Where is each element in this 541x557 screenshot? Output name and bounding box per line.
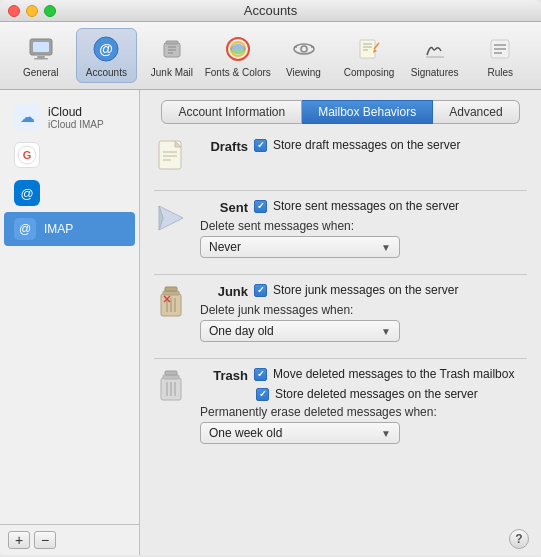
signatures-label: Signatures (411, 67, 459, 78)
imap-icon: @ (14, 218, 36, 240)
viewing-icon (288, 33, 320, 65)
sent-delete-value: Never (209, 240, 241, 254)
drafts-checkbox-row: Store draft messages on the server (254, 138, 460, 152)
trash-delete-row: Permanently erase deleted messages when:… (200, 405, 527, 444)
icloud-info: iCloud iCloud IMAP (48, 105, 104, 130)
exchange-icon: @ (14, 180, 40, 206)
svg-rect-41 (165, 287, 177, 291)
sidebar-item-google[interactable]: G (4, 136, 135, 174)
title-bar: Accounts (0, 0, 541, 22)
rules-icon (484, 33, 516, 65)
junk-header: Junk Store junk messages on the server (200, 283, 527, 299)
junk-checkbox-row: Store junk messages on the server (254, 283, 458, 297)
remove-account-button[interactable]: − (34, 531, 56, 549)
junk-content: Junk Store junk messages on the server D… (200, 283, 527, 344)
window-title: Accounts (244, 3, 297, 18)
icloud-icon: ☁ (14, 104, 40, 130)
toolbar-item-rules[interactable]: Rules (469, 28, 531, 83)
toolbar-item-viewing[interactable]: Viewing (273, 28, 335, 83)
sent-delete-row: Delete sent messages when: Never ▼ (200, 219, 527, 258)
junk-delete-label: Delete junk messages when: (200, 303, 527, 317)
trash-content: Trash Move deleted messages to the Trash… (200, 367, 527, 446)
sent-delete-label: Delete sent messages when: (200, 219, 527, 233)
sidebar-footer: + − (0, 524, 139, 555)
svg-text:G: G (23, 149, 32, 161)
add-account-button[interactable]: + (8, 531, 30, 549)
svg-rect-3 (34, 58, 48, 60)
junk-title: Junk (200, 284, 248, 299)
tab-account-information[interactable]: Account Information (161, 100, 302, 124)
divider-3 (154, 358, 527, 359)
trash-store-checkbox[interactable] (256, 388, 269, 401)
drafts-title: Drafts (200, 139, 248, 154)
signatures-icon (419, 33, 451, 65)
fonts-colors-label: Fonts & Colors (205, 67, 271, 78)
sidebar-item-imap[interactable]: @ IMAP (4, 212, 135, 246)
tab-mailbox-behaviors[interactable]: Mailbox Behaviors (302, 100, 433, 124)
drafts-content: Drafts Store draft messages on the serve… (200, 138, 527, 158)
imap-label: IMAP (44, 222, 73, 236)
sent-header: Sent Store sent messages on the server (200, 199, 527, 215)
viewing-label: Viewing (286, 67, 321, 78)
svg-rect-17 (360, 40, 375, 58)
svg-rect-45 (163, 375, 179, 379)
junk-select-arrow: ▼ (381, 326, 391, 337)
tab-advanced[interactable]: Advanced (433, 100, 519, 124)
divider-2 (154, 274, 527, 275)
composing-label: Composing (344, 67, 395, 78)
icloud-sub: iCloud IMAP (48, 119, 104, 130)
trash-delete-select[interactable]: One week old ▼ (200, 422, 400, 444)
junk-mail-label: Junk Mail (151, 67, 193, 78)
sent-select-arrow: ▼ (381, 242, 391, 253)
sidebar: ☁ iCloud iCloud IMAP G @ @ IM (0, 90, 140, 555)
junk-store-label: Store junk messages on the server (273, 283, 458, 297)
toolbar-item-composing[interactable]: Composing (338, 28, 400, 83)
composing-icon (353, 33, 385, 65)
drafts-section: Drafts Store draft messages on the serve… (154, 138, 527, 176)
junk-delete-row: Delete junk messages when: One day old ▼ (200, 303, 527, 342)
toolbar-item-junk-mail[interactable]: Junk Mail (141, 28, 203, 83)
svg-rect-7 (166, 41, 178, 44)
toolbar-item-general[interactable]: General (10, 28, 72, 83)
trash-icon (154, 369, 190, 405)
sent-content: Sent Store sent messages on the server D… (200, 199, 527, 260)
traffic-lights (8, 5, 56, 17)
trash-move-label: Move deleted messages to the Trash mailb… (273, 367, 514, 381)
sidebar-item-icloud[interactable]: ☁ iCloud iCloud IMAP (4, 98, 135, 136)
accounts-label: Accounts (86, 67, 127, 78)
svg-rect-1 (33, 42, 49, 52)
junk-delete-value: One day old (209, 324, 274, 338)
drafts-store-checkbox[interactable] (254, 139, 267, 152)
toolbar-item-fonts-colors[interactable]: Fonts & Colors (207, 28, 269, 83)
svg-point-14 (301, 46, 307, 52)
minimize-button[interactable] (26, 5, 38, 17)
trash-select-arrow: ▼ (381, 428, 391, 439)
toolbar-item-signatures[interactable]: Signatures (404, 28, 466, 83)
junk-icon (154, 285, 190, 321)
trash-delete-value: One week old (209, 426, 282, 440)
trash-move-checkbox[interactable] (254, 368, 267, 381)
junk-section: Junk Store junk messages on the server D… (154, 283, 527, 344)
accounts-icon: @ (90, 33, 122, 65)
sent-title: Sent (200, 200, 248, 215)
sent-store-checkbox[interactable] (254, 200, 267, 213)
svg-rect-37 (163, 291, 179, 295)
drafts-icon (154, 140, 190, 176)
help-button[interactable]: ? (509, 529, 529, 549)
junk-delete-select[interactable]: One day old ▼ (200, 320, 400, 342)
maximize-button[interactable] (44, 5, 56, 17)
general-label: General (23, 67, 59, 78)
junk-store-checkbox[interactable] (254, 284, 267, 297)
close-button[interactable] (8, 5, 20, 17)
trash-store-label: Store deleted messages on the server (275, 387, 478, 401)
fonts-colors-icon (222, 33, 254, 65)
trash-move-checkbox-row: Move deleted messages to the Trash mailb… (254, 367, 514, 381)
trash-header: Trash Move deleted messages to the Trash… (200, 367, 527, 383)
svg-text:@: @ (100, 41, 114, 57)
toolbar-item-accounts[interactable]: @ Accounts (76, 28, 138, 83)
main-area: ☁ iCloud iCloud IMAP G @ @ IM (0, 90, 541, 555)
sent-checkbox-row: Store sent messages on the server (254, 199, 459, 213)
sent-delete-select[interactable]: Never ▼ (200, 236, 400, 258)
sidebar-item-exchange[interactable]: @ (4, 174, 135, 212)
svg-rect-49 (165, 371, 177, 375)
